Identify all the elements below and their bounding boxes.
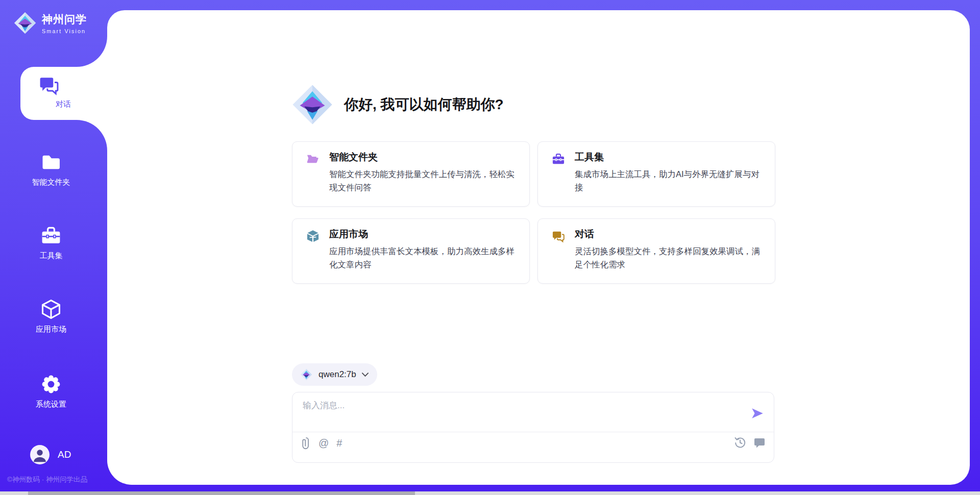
model-name: qwen2:7b	[318, 369, 356, 380]
horizontal-scrollbar-track[interactable]	[0, 491, 980, 495]
card-chat[interactable]: 对话 灵活切换多模型文件，支持多样回复效果调试，满足个性化需求	[537, 218, 775, 284]
sidebar-item-toolbox[interactable]: 工具集	[0, 225, 102, 261]
greeting: 你好, 我可以如何帮助你?	[291, 83, 504, 126]
feature-cards: 智能文件夹 智能文件夹功能支持批量文件上传与清洗，轻松实现文件问答 工具集 集成…	[292, 141, 775, 284]
gear-icon	[40, 373, 62, 395]
horizontal-scrollbar-thumb[interactable]	[28, 491, 415, 495]
sidebar-item-chat[interactable]: 对话	[20, 67, 107, 120]
person-icon	[30, 445, 50, 464]
toolbox-icon	[40, 225, 62, 247]
sidebar-item-folders[interactable]: 智能文件夹	[0, 151, 102, 187]
hashtag-button[interactable]: #	[336, 438, 342, 448]
sidebar-item-settings[interactable]: 系统设置	[0, 373, 102, 409]
sidebar-item-label: 系统设置	[0, 400, 102, 409]
sidebar-item-app-market[interactable]: 应用市场	[0, 298, 102, 334]
history-button[interactable]	[734, 436, 746, 449]
feedback-button[interactable]	[753, 436, 766, 449]
chat-icon	[551, 229, 566, 243]
sidebar-item-label: 对话	[33, 100, 94, 109]
card-description: 智能文件夹功能支持批量文件上传与清洗，轻松实现文件问答	[329, 167, 520, 194]
sidebar-item-label: 智能文件夹	[0, 178, 102, 187]
card-description: 集成市场上主流工具，助力AI与外界无缝扩展与对接	[575, 167, 766, 194]
copyright-footer: ©神州数码 · 神州问学出品	[7, 475, 87, 484]
sidebar-item-label: 应用市场	[0, 325, 102, 334]
folder-icon	[40, 151, 62, 174]
brand-subtitle: Smart Vision	[42, 28, 87, 34]
sidebar-item-label: 工具集	[0, 251, 102, 261]
send-button[interactable]	[750, 406, 766, 421]
card-smart-folder[interactable]: 智能文件夹 智能文件夹功能支持批量文件上传与清洗，轻松实现文件问答	[292, 141, 530, 207]
send-icon	[750, 406, 765, 420]
card-title: 应用市场	[329, 228, 368, 241]
toolbox-icon	[551, 152, 566, 166]
chat-icon	[38, 74, 60, 96]
message-input[interactable]	[303, 400, 731, 428]
chevron-down-icon	[361, 372, 369, 377]
paperclip-icon	[302, 436, 311, 450]
card-title: 对话	[575, 228, 594, 241]
model-selector[interactable]: qwen2:7b	[292, 363, 377, 386]
card-toolset[interactable]: 工具集 集成市场上主流工具，助力AI与外界无缝扩展与对接	[537, 141, 775, 207]
sidebar: 神州问学 Smart Vision 对话 智能文件夹 工具集	[0, 0, 107, 495]
message-composer: @ #	[292, 392, 774, 463]
brand-logo-icon	[13, 11, 37, 35]
user-initials: AD	[58, 449, 71, 460]
card-title: 工具集	[575, 151, 604, 164]
user-account-button[interactable]: AD	[30, 445, 71, 464]
attachment-button[interactable]	[302, 436, 311, 450]
card-app-market[interactable]: 应用市场 应用市场提供丰富长文本模板，助力高效生成多样化文章内容	[292, 218, 530, 284]
folder-open-icon	[306, 152, 320, 166]
composer-toolbar-left: @ #	[302, 436, 342, 450]
assistant-logo-icon	[291, 83, 334, 126]
card-description: 灵活切换多模型文件，支持多样回复效果调试，满足个性化需求	[575, 244, 766, 271]
avatar	[30, 445, 50, 464]
cube-grid-icon	[306, 229, 320, 243]
model-logo-icon	[300, 368, 312, 381]
brand-title: 神州问学	[42, 12, 87, 27]
chat-bubble-icon	[753, 436, 766, 449]
greeting-title: 你好, 我可以如何帮助你?	[344, 95, 504, 114]
history-icon	[734, 436, 746, 449]
composer-divider	[292, 432, 774, 432]
composer-toolbar-right	[734, 436, 766, 449]
card-description: 应用市场提供丰富长文本模板，助力高效生成多样化文章内容	[329, 244, 520, 271]
card-title: 智能文件夹	[329, 151, 378, 164]
brand: 神州问学 Smart Vision	[13, 11, 87, 35]
cube-icon	[40, 298, 62, 320]
mention-button[interactable]: @	[318, 438, 329, 448]
